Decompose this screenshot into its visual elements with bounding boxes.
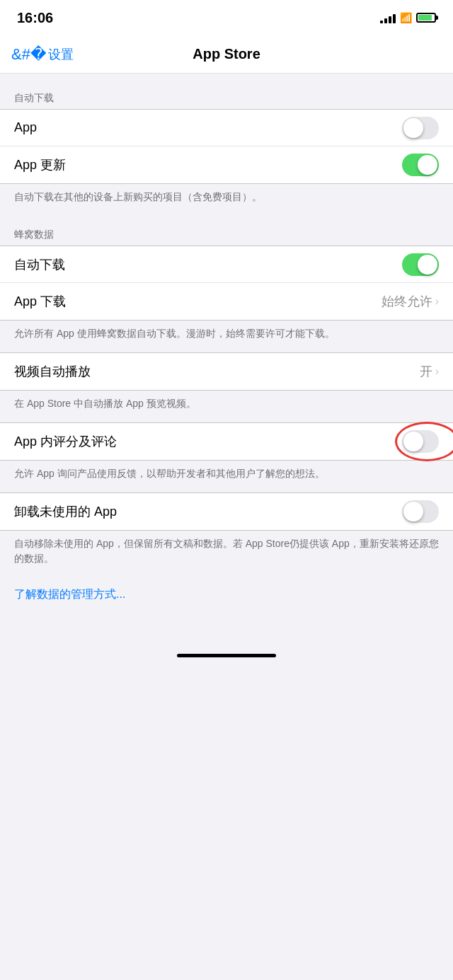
cellular-footer: 允许所有 App 使用蜂窝数据自动下载。漫游时，始终需要许可才能下载。	[0, 321, 453, 352]
uninstall-toggle[interactable]	[402, 500, 439, 523]
status-time: 16:06	[17, 10, 53, 26]
battery-icon	[416, 13, 436, 23]
cellular-auto-download-toggle[interactable]	[402, 253, 439, 276]
app-update-label: App 更新	[14, 156, 66, 173]
nav-bar: &#� 设置 App Store	[0, 35, 453, 74]
back-label: 设置	[48, 46, 74, 63]
app-update-row: App 更新	[0, 146, 453, 183]
home-indicator	[177, 654, 276, 657]
ratings-toggle[interactable]	[402, 430, 439, 453]
auto-download-card: App App 更新	[0, 109, 453, 184]
app-toggle-knob	[403, 118, 423, 138]
uninstall-footer: 自动移除未使用的 App，但保留所有文稿和数据。若 App Store仍提供该 …	[0, 531, 453, 577]
video-autoplay-section: 视频自动播放 开 › 在 App Store 中自动播放 App 预览视频。	[0, 352, 453, 422]
learn-more-section: 了解数据的管理方式...	[0, 577, 453, 612]
auto-download-footer: 自动下载在其他的设备上新购买的项目（含免费项目）。	[0, 184, 453, 216]
settings-content: 自动下载 App App 更新 自动下载在其他的设备上新购买的项目（含免费项目）…	[0, 74, 453, 612]
app-update-toggle[interactable]	[402, 154, 439, 176]
app-download-chevron-icon: ›	[435, 295, 439, 308]
app-download-value: 始终允许 ›	[382, 293, 439, 310]
ratings-toggle-knob	[403, 432, 423, 451]
cellular-header: 蜂窝数据	[0, 216, 453, 246]
video-autoplay-row[interactable]: 视频自动播放 开 ›	[0, 353, 453, 390]
page-title: App Store	[193, 46, 260, 62]
cellular-auto-download-knob	[418, 255, 437, 275]
learn-more-link[interactable]: 了解数据的管理方式...	[0, 577, 453, 612]
uninstall-section: 卸载未使用的 App 自动移除未使用的 App，但保留所有文稿和数据。若 App…	[0, 492, 453, 577]
ratings-label: App 内评分及评论	[14, 433, 117, 450]
cellular-auto-download-label: 自动下载	[14, 256, 65, 273]
cellular-section: 蜂窝数据 自动下载 App 下载 始终允许 › 允许所有 App 使用蜂窝数据自…	[0, 216, 453, 352]
back-button[interactable]: &#� 设置	[11, 46, 74, 63]
signal-icon	[380, 12, 396, 23]
cellular-card: 自动下载 App 下载 始终允许 ›	[0, 246, 453, 321]
back-chevron-icon: &#�	[11, 47, 47, 62]
uninstall-toggle-knob	[403, 502, 423, 521]
ratings-card: App 内评分及评论	[0, 422, 453, 461]
app-row: App	[0, 110, 453, 146]
cellular-auto-download-row: 自动下载	[0, 246, 453, 283]
video-autoplay-label: 视频自动播放	[14, 363, 91, 380]
home-indicator-area	[0, 612, 453, 669]
status-icons: 📶	[380, 12, 436, 23]
uninstall-card: 卸载未使用的 App	[0, 492, 453, 531]
app-update-toggle-knob	[418, 155, 437, 175]
video-autoplay-card: 视频自动播放 开 ›	[0, 352, 453, 391]
wifi-icon: 📶	[400, 12, 412, 23]
ratings-row: App 内评分及评论	[0, 423, 453, 460]
app-download-row[interactable]: App 下载 始终允许 ›	[0, 283, 453, 320]
video-autoplay-footer: 在 App Store 中自动播放 App 预览视频。	[0, 391, 453, 422]
ratings-footer: 允许 App 询问产品使用反馈，以帮助开发者和其他用户了解您的想法。	[0, 461, 453, 492]
uninstall-row: 卸载未使用的 App	[0, 493, 453, 530]
status-bar: 16:06 📶	[0, 0, 453, 35]
auto-download-header: 自动下载	[0, 79, 453, 109]
uninstall-label: 卸载未使用的 App	[14, 503, 117, 520]
auto-download-section: 自动下载 App App 更新 自动下载在其他的设备上新购买的项目（含免费项目）…	[0, 79, 453, 216]
app-label: App	[14, 120, 37, 135]
ratings-section: App 内评分及评论 允许 App 询问产品使用反馈，以帮助开发者和其他用户了解…	[0, 422, 453, 492]
video-autoplay-value: 开 ›	[420, 363, 439, 380]
app-toggle[interactable]	[402, 117, 439, 139]
video-autoplay-chevron-icon: ›	[435, 365, 439, 378]
app-download-label: App 下载	[14, 293, 66, 310]
